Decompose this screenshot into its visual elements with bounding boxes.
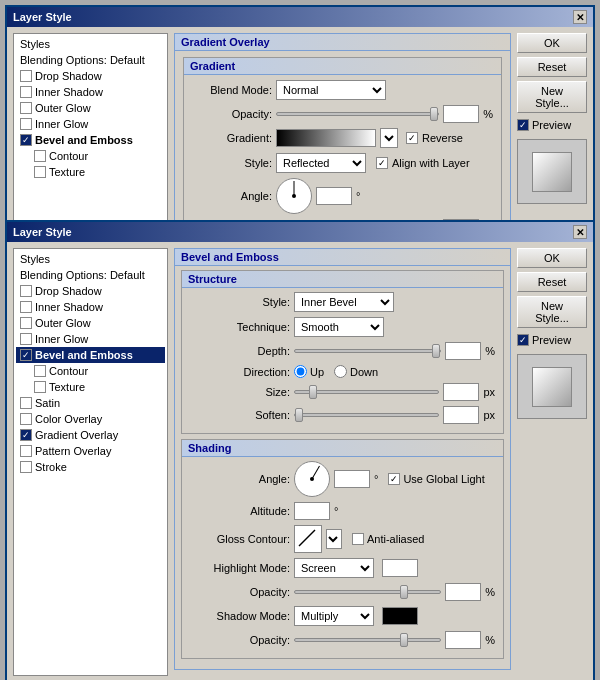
size-slider[interactable] (294, 390, 439, 394)
sidebar-texture-2[interactable]: Texture (16, 379, 165, 395)
sidebar-inner-glow-2[interactable]: Inner Glow (16, 331, 165, 347)
gradient-preview[interactable] (276, 129, 376, 147)
opacity-slider[interactable] (276, 112, 439, 116)
shadow-mode-select[interactable]: Multiply (294, 606, 374, 626)
sidebar-contour-2[interactable]: Contour (16, 363, 165, 379)
depth-value[interactable]: 100 (445, 342, 481, 360)
shadow-opacity-value[interactable]: 75 (445, 631, 481, 649)
preview-checkbox-1[interactable] (517, 119, 529, 131)
contour-checkbox-1[interactable] (34, 150, 46, 162)
anti-aliased-checkbox[interactable] (352, 533, 364, 545)
close-button-2[interactable]: ✕ (573, 225, 587, 239)
outer-glow-cb-2[interactable] (20, 317, 32, 329)
angle-dial-1[interactable] (276, 178, 312, 214)
texture-cb-2[interactable] (34, 381, 46, 393)
highlight-color-swatch[interactable] (382, 559, 418, 577)
depth-thumb[interactable] (432, 344, 440, 358)
reverse-checkbox[interactable] (406, 132, 418, 144)
depth-slider[interactable] (294, 349, 441, 353)
sidebar-blending-2[interactable]: Blending Options: Default (16, 267, 165, 283)
sidebar-color-overlay-2[interactable]: Color Overlay (16, 411, 165, 427)
sidebar-item-inner-glow-1[interactable]: Inner Glow (16, 116, 165, 132)
angle-label-2: Angle: (190, 473, 290, 485)
direction-up-radio[interactable]: Up (294, 365, 324, 378)
new-style-button-1[interactable]: New Style... (517, 81, 587, 113)
inner-shadow-checkbox-1[interactable] (20, 86, 32, 98)
blend-mode-select[interactable]: Normal (276, 80, 386, 100)
gradient-overlay-cb-2[interactable] (20, 429, 32, 441)
sidebar-satin-2[interactable]: Satin (16, 395, 165, 411)
highlight-opacity-thumb[interactable] (400, 585, 408, 599)
reset-button-1[interactable]: Reset (517, 57, 587, 77)
angle-value-2[interactable]: 120 (334, 470, 370, 488)
direction-down-radio[interactable]: Down (334, 365, 378, 378)
sidebar-item-blending-1[interactable]: Blending Options: Default (16, 52, 165, 68)
shadow-opacity-thumb[interactable] (400, 633, 408, 647)
close-button-1[interactable]: ✕ (573, 10, 587, 24)
reset-button-2[interactable]: Reset (517, 272, 587, 292)
altitude-value[interactable]: 30 (294, 502, 330, 520)
highlight-opacity-slider[interactable] (294, 590, 441, 594)
sidebar-inner-shadow-2[interactable]: Inner Shadow (16, 299, 165, 315)
sidebar-item-styles-1[interactable]: Styles (16, 36, 165, 52)
new-style-button-2[interactable]: New Style... (517, 296, 587, 328)
ok-button-2[interactable]: OK (517, 248, 587, 268)
global-light-label: Use Global Light (403, 473, 484, 485)
style-select[interactable]: Reflected (276, 153, 366, 173)
sidebar-drop-shadow-2[interactable]: Drop Shadow (16, 283, 165, 299)
shadow-opacity-slider[interactable] (294, 638, 441, 642)
technique-select[interactable]: Smooth (294, 317, 384, 337)
align-layer-checkbox[interactable] (376, 157, 388, 169)
sidebar-bevel-emboss-2[interactable]: Bevel and Emboss (16, 347, 165, 363)
preview-checkbox-2[interactable] (517, 334, 529, 346)
highlight-opacity-value[interactable]: 75 (445, 583, 481, 601)
stroke-cb-2[interactable] (20, 461, 32, 473)
sidebar-outer-glow-2[interactable]: Outer Glow (16, 315, 165, 331)
angle-dial-2[interactable] (294, 461, 330, 497)
size-value[interactable]: 5 (443, 383, 479, 401)
drop-shadow-cb-2[interactable] (20, 285, 32, 297)
gradient-arrow[interactable] (380, 128, 398, 148)
shadow-color-swatch[interactable] (382, 607, 418, 625)
anti-aliased-row[interactable]: Anti-aliased (352, 533, 424, 545)
inner-glow-checkbox-1[interactable] (20, 118, 32, 130)
sidebar-styles-2[interactable]: Styles (16, 251, 165, 267)
global-light-checkbox[interactable] (388, 473, 400, 485)
style-select-2[interactable]: Inner Bevel (294, 292, 394, 312)
contour-dropdown[interactable] (326, 529, 342, 549)
sidebar-item-contour-1[interactable]: Contour (16, 148, 165, 164)
drop-shadow-checkbox-1[interactable] (20, 70, 32, 82)
sidebar-pattern-overlay-2[interactable]: Pattern Overlay (16, 443, 165, 459)
outer-glow-checkbox-1[interactable] (20, 102, 32, 114)
preview-inner-1 (532, 152, 572, 192)
pattern-overlay-cb-2[interactable] (20, 445, 32, 457)
window-title-2: Layer Style (13, 226, 72, 238)
sidebar-item-bevel-emboss-1[interactable]: Bevel and Emboss (16, 132, 165, 148)
sidebar-stroke-2[interactable]: Stroke (16, 459, 165, 475)
size-thumb[interactable] (309, 385, 317, 399)
soften-thumb[interactable] (295, 408, 303, 422)
angle-value-1[interactable]: -90 (316, 187, 352, 205)
texture-checkbox-1[interactable] (34, 166, 46, 178)
sidebar-gradient-overlay-2[interactable]: Gradient Overlay (16, 427, 165, 443)
highlight-mode-select[interactable]: Screen (294, 558, 374, 578)
contour-preview[interactable] (294, 525, 322, 553)
satin-cb-2[interactable] (20, 397, 32, 409)
opacity-thumb[interactable] (430, 107, 438, 121)
contour-cb-2[interactable] (34, 365, 46, 377)
soften-value[interactable]: 0 (443, 406, 479, 424)
align-layer-label: Align with Layer (392, 157, 470, 169)
sidebar-item-texture-1[interactable]: Texture (16, 164, 165, 180)
sidebar-item-outer-glow-1[interactable]: Outer Glow (16, 100, 165, 116)
soften-slider[interactable] (294, 413, 439, 417)
global-light-row[interactable]: Use Global Light (388, 473, 484, 485)
bevel-emboss-cb-2[interactable] (20, 349, 32, 361)
sidebar-item-inner-shadow-1[interactable]: Inner Shadow (16, 84, 165, 100)
color-overlay-cb-2[interactable] (20, 413, 32, 425)
ok-button-1[interactable]: OK (517, 33, 587, 53)
bevel-emboss-checkbox-1[interactable] (20, 134, 32, 146)
inner-shadow-cb-2[interactable] (20, 301, 32, 313)
inner-glow-cb-2[interactable] (20, 333, 32, 345)
sidebar-item-drop-shadow-1[interactable]: Drop Shadow (16, 68, 165, 84)
opacity-value[interactable]: 100 (443, 105, 479, 123)
